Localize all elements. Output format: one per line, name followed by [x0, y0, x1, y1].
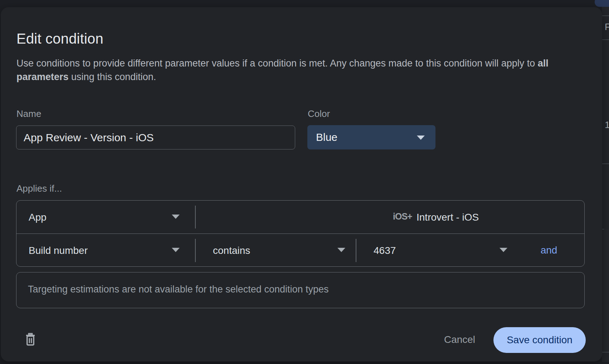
description-part1: Use conditions to provide different para… — [16, 58, 538, 69]
condition-type-select[interactable]: Build number — [16, 234, 195, 267]
condition-row-build-number: Build number contains 4637 and — [16, 234, 584, 267]
condition-type-select[interactable]: App — [16, 201, 195, 233]
background-row-fragment: 1 — [605, 120, 609, 129]
dialog-description: Use conditions to provide different para… — [16, 56, 560, 84]
color-label: Color — [308, 108, 330, 119]
operator-select[interactable]: contains — [196, 234, 356, 267]
background-divider — [602, 15, 609, 16]
condition-row-app: App iOS+ Introvert - iOS — [16, 201, 584, 234]
background-divider — [602, 352, 609, 353]
chevron-down-icon — [417, 136, 425, 140]
description-part2: using this condition. — [69, 72, 156, 82]
background-button-fragment — [595, 0, 609, 7]
trash-icon — [24, 332, 36, 346]
cancel-button[interactable]: Cancel — [432, 329, 487, 350]
color-select[interactable]: Blue — [307, 125, 435, 149]
chevron-down-icon — [500, 248, 507, 252]
background-card-edge — [603, 229, 609, 352]
background-divider — [602, 163, 609, 164]
name-label: Name — [16, 108, 41, 119]
chevron-down-icon — [172, 215, 180, 219]
app-select[interactable]: iOS+ Introvert - iOS — [196, 201, 584, 233]
applies-if-label: Applies if... — [16, 183, 62, 194]
dialog-title: Edit condition — [16, 31, 103, 47]
color-select-value: Blue — [316, 131, 337, 143]
condition-type-value: App — [29, 212, 47, 223]
condition-value: 4637 — [374, 245, 396, 256]
ios-platform-icon: iOS+ — [393, 211, 412, 222]
value-select[interactable]: 4637 — [356, 234, 511, 267]
condition-type-value: Build number — [29, 245, 88, 256]
connector-and-link[interactable]: and — [531, 245, 567, 256]
condition-name-input[interactable] — [16, 126, 295, 149]
operator-value: contains — [213, 245, 250, 256]
screen: F 1 1 Edit condition Use conditions to p… — [0, 0, 609, 364]
conditions-group: App iOS+ Introvert - iOS Build number — [16, 200, 585, 267]
background-divider — [602, 39, 609, 40]
targeting-estimation-message: Targeting estimations are not available … — [28, 284, 329, 295]
chevron-down-icon — [337, 248, 345, 252]
delete-condition-button[interactable] — [21, 330, 39, 350]
save-condition-button[interactable]: Save condition — [493, 327, 586, 353]
edit-condition-dialog: Edit condition Use conditions to provide… — [1, 7, 602, 361]
targeting-estimation-box: Targeting estimations are not available … — [16, 272, 585, 308]
app-select-value: Introvert - iOS — [416, 212, 479, 223]
background-column-header-fragment: F — [605, 22, 609, 31]
chevron-down-icon — [172, 248, 180, 252]
